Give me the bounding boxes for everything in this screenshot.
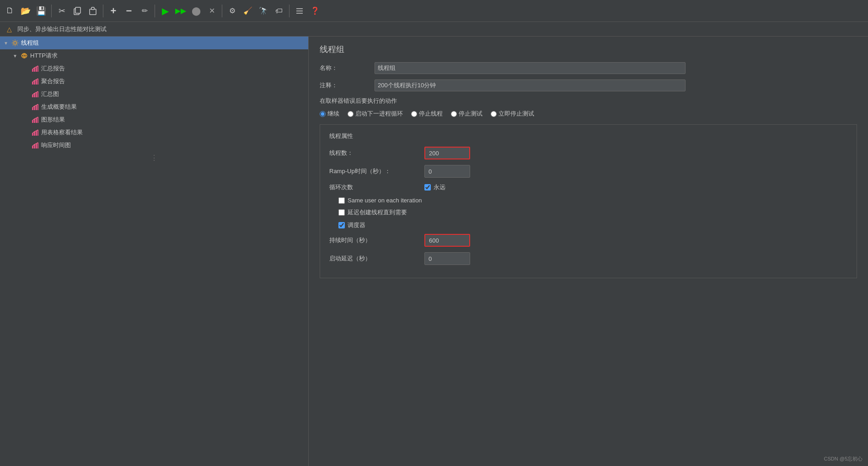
start-delay-label: 启动延迟（秒）	[329, 254, 421, 263]
svg-rect-36	[36, 143, 37, 148]
scheduler-checkbox-item[interactable]: 调度器	[329, 221, 847, 229]
svg-rect-34	[32, 146, 33, 148]
svg-rect-2	[90, 9, 96, 15]
svg-rect-29	[38, 117, 38, 123]
main-layout: ▼ 线程组 ▼ HTTP请求 ▶ 汇总报告 ▶	[0, 37, 868, 466]
comment-input[interactable]	[375, 79, 686, 91]
forever-checkbox[interactable]	[424, 184, 431, 191]
scheduler-checkbox[interactable]	[338, 222, 345, 228]
chart-icon-gen	[31, 103, 39, 111]
chart-icon-agg	[31, 77, 39, 85]
radio-start-next-label: 启动下一进程循环	[355, 110, 403, 118]
ramp-up-input[interactable]	[424, 165, 470, 178]
title-icon: △	[5, 25, 14, 34]
radio-stop-test-label: 停止测试	[459, 110, 482, 118]
cut-icon[interactable]: ✂	[54, 4, 69, 18]
broom-icon[interactable]: 🧹	[241, 4, 255, 18]
tree-label-graph-result: 图形结果	[41, 116, 65, 124]
radio-stop-test[interactable]: 停止测试	[451, 110, 482, 118]
radio-stop-now-label: 立即停止测试	[498, 110, 534, 118]
tree-item-thread-group[interactable]: ▼ 线程组	[0, 37, 308, 49]
paste-icon[interactable]	[86, 4, 100, 18]
error-action-label: 在取样器错误后要执行的动作	[320, 97, 857, 105]
delay-create-label: 延迟创建线程直到需要	[348, 208, 407, 217]
flag-icon[interactable]: 🏷	[272, 4, 286, 18]
duration-input[interactable]	[424, 234, 470, 247]
open-icon[interactable]: 📂	[18, 4, 33, 18]
title-bar: △ 同步、异步输出日志性能对比测试	[0, 22, 868, 37]
copy-icon[interactable]	[70, 4, 85, 18]
tree-item-table-view[interactable]: ▶ 用表格察看结果	[0, 126, 308, 139]
chart-icon-graph	[31, 116, 39, 124]
forever-checkbox-item[interactable]: 永远	[424, 183, 445, 191]
same-user-checkbox-item[interactable]: Same user on each iteration	[329, 197, 847, 204]
radio-continue-label: 继续	[327, 110, 339, 118]
drag-handle[interactable]: ⋮	[0, 152, 308, 164]
add-icon[interactable]: +	[106, 4, 121, 18]
tree-item-summary-report[interactable]: ▶ 汇总报告	[0, 62, 308, 75]
thread-properties-section: 线程属性 线程数： Ramp-Up时间（秒）： 循环次数 永远	[320, 124, 857, 278]
tree-item-http-request[interactable]: ▼ HTTP请求	[0, 49, 308, 62]
radio-stop-thread-label: 停止线程	[419, 110, 443, 118]
chart-icon-table	[31, 128, 39, 137]
binoculars-icon[interactable]: 🔭	[256, 4, 271, 18]
name-label: 名称：	[320, 64, 375, 72]
tree-item-graph-result[interactable]: ▶ 图形结果	[0, 113, 308, 126]
svg-rect-28	[36, 118, 37, 123]
tree-item-agg-report[interactable]: ▶ 聚合报告	[0, 75, 308, 88]
remove-icon[interactable]: −	[122, 4, 136, 18]
svg-rect-16	[36, 79, 37, 85]
duration-label: 持续时间（秒）	[329, 236, 421, 244]
svg-rect-13	[38, 66, 38, 72]
ramp-up-row: Ramp-Up时间（秒）：	[329, 165, 847, 178]
gear-icon	[11, 39, 19, 47]
tree-label-http: HTTP请求	[30, 52, 58, 60]
radio-continue[interactable]: 继续	[320, 110, 339, 118]
run-all-icon[interactable]: ▶▶	[173, 4, 188, 18]
svg-rect-25	[38, 104, 38, 110]
stop-all-icon[interactable]: ✕	[204, 4, 219, 18]
tree-item-response-time[interactable]: ▶ 响应时间图	[0, 139, 308, 152]
run-icon[interactable]: ▶	[158, 4, 172, 18]
svg-rect-26	[32, 120, 33, 123]
start-delay-input[interactable]	[424, 252, 470, 265]
wand-icon[interactable]: ✏	[137, 4, 152, 18]
toolbar-separator-5	[289, 5, 289, 17]
new-icon[interactable]: 🗋	[3, 4, 17, 18]
thread-count-input[interactable]	[424, 147, 470, 159]
chart-icon-sum-graph	[31, 90, 39, 98]
scheduler-label: 调度器	[348, 221, 365, 229]
config-icon[interactable]: ⚙	[225, 4, 240, 18]
tree-item-summary-graph[interactable]: ▶ 汇总图	[0, 88, 308, 101]
same-user-label: Same user on each iteration	[348, 197, 422, 204]
comment-label: 注释：	[320, 81, 375, 90]
panel-title: 线程组	[320, 44, 857, 55]
tree-label-thread-group: 线程组	[21, 39, 39, 47]
ramp-up-label: Ramp-Up时间（秒）：	[329, 167, 421, 175]
chart-icon-response	[31, 141, 39, 149]
tree-label-summary-graph: 汇总图	[41, 90, 59, 98]
svg-rect-37	[38, 143, 38, 148]
svg-rect-22	[32, 107, 33, 110]
left-tree-panel: ▼ 线程组 ▼ HTTP请求 ▶ 汇总报告 ▶	[0, 37, 309, 466]
stop-icon[interactable]: ⬤	[189, 4, 204, 18]
radio-stop-thread[interactable]: 停止线程	[411, 110, 443, 118]
toolbar-separator-1	[51, 5, 52, 17]
delay-create-checkbox[interactable]	[338, 209, 345, 216]
loop-count-label: 循环次数	[329, 183, 421, 191]
list-icon[interactable]	[292, 4, 307, 18]
same-user-checkbox[interactable]	[338, 197, 345, 204]
help-icon[interactable]: ❓	[308, 4, 322, 18]
tree-item-gen-summary[interactable]: ▶ 生成概要结果	[0, 101, 308, 113]
error-action-radio-group: 继续 启动下一进程循环 停止线程 停止测试 立即停止测试	[320, 110, 857, 118]
delay-create-checkbox-item[interactable]: 延迟创建线程直到需要	[329, 208, 847, 217]
svg-rect-21	[38, 91, 38, 97]
radio-stop-now[interactable]: 立即停止测试	[491, 110, 534, 118]
save-icon[interactable]: 💾	[34, 4, 48, 18]
radio-start-next[interactable]: 启动下一进程循环	[348, 110, 403, 118]
tree-arrow-http: ▼	[13, 53, 18, 58]
chart-icon-summary	[31, 64, 39, 73]
name-input[interactable]	[375, 62, 686, 74]
tree-label-gen-summary: 生成概要结果	[41, 103, 77, 111]
svg-rect-30	[32, 133, 33, 136]
